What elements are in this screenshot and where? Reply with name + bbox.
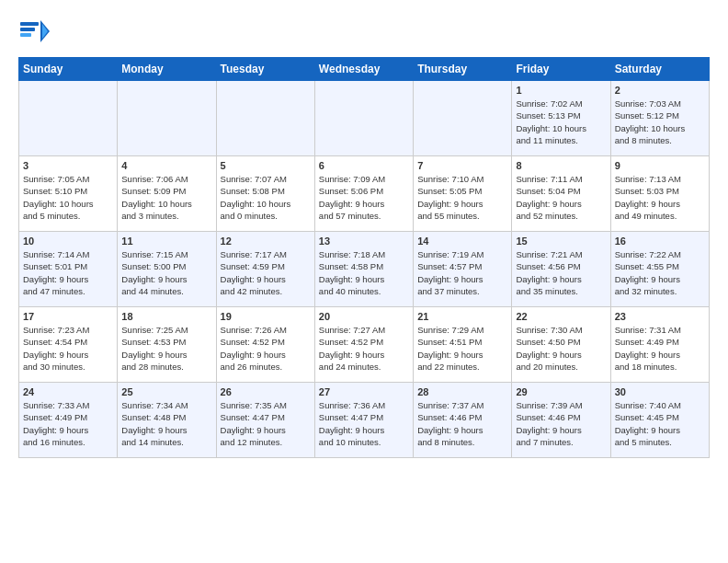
- calendar-cell: 26Sunrise: 7:35 AM Sunset: 4:47 PM Dayli…: [216, 383, 314, 458]
- day-info: Sunrise: 7:17 AM Sunset: 4:59 PM Dayligh…: [221, 248, 311, 297]
- header-day-wednesday: Wednesday: [314, 58, 413, 81]
- calendar-header-row: SundayMondayTuesdayWednesdayThursdayFrid…: [19, 58, 710, 81]
- calendar-cell: 12Sunrise: 7:17 AM Sunset: 4:59 PM Dayli…: [216, 232, 314, 307]
- day-number: 1: [516, 85, 606, 96]
- day-number: 19: [221, 311, 311, 322]
- day-info: Sunrise: 7:34 AM Sunset: 4:48 PM Dayligh…: [121, 399, 211, 448]
- day-number: 13: [319, 236, 409, 247]
- calendar-cell: 18Sunrise: 7:25 AM Sunset: 4:53 PM Dayli…: [118, 307, 216, 383]
- header: [18, 15, 710, 52]
- calendar-cell: 4Sunrise: 7:06 AM Sunset: 5:09 PM Daylig…: [118, 156, 216, 232]
- day-number: 30: [615, 386, 705, 397]
- header-day-thursday: Thursday: [414, 58, 512, 81]
- calendar-cell: 2Sunrise: 7:03 AM Sunset: 5:12 PM Daylig…: [610, 81, 709, 156]
- calendar-cell: 24Sunrise: 7:33 AM Sunset: 4:49 PM Dayli…: [19, 383, 118, 458]
- header-day-monday: Monday: [118, 58, 216, 81]
- logo-icon: [18, 15, 51, 52]
- calendar-cell: 3Sunrise: 7:05 AM Sunset: 5:10 PM Daylig…: [19, 156, 118, 232]
- calendar-cell: 9Sunrise: 7:13 AM Sunset: 5:03 PM Daylig…: [610, 156, 709, 232]
- day-info: Sunrise: 7:23 AM Sunset: 4:54 PM Dayligh…: [23, 324, 113, 373]
- svg-rect-0: [20, 22, 39, 26]
- day-number: 5: [221, 160, 311, 171]
- day-number: 10: [23, 236, 113, 247]
- calendar-table: SundayMondayTuesdayWednesdayThursdayFrid…: [18, 57, 710, 458]
- calendar-week-2: 3Sunrise: 7:05 AM Sunset: 5:10 PM Daylig…: [19, 156, 710, 232]
- calendar-cell: 5Sunrise: 7:07 AM Sunset: 5:08 PM Daylig…: [216, 156, 314, 232]
- day-number: 15: [516, 236, 606, 247]
- day-info: Sunrise: 7:36 AM Sunset: 4:47 PM Dayligh…: [319, 399, 409, 448]
- calendar-cell: 23Sunrise: 7:31 AM Sunset: 4:49 PM Dayli…: [610, 307, 709, 383]
- header-day-tuesday: Tuesday: [216, 58, 314, 81]
- day-info: Sunrise: 7:30 AM Sunset: 4:50 PM Dayligh…: [516, 324, 606, 373]
- day-info: Sunrise: 7:21 AM Sunset: 4:56 PM Dayligh…: [516, 248, 606, 297]
- calendar-cell: 14Sunrise: 7:19 AM Sunset: 4:57 PM Dayli…: [414, 232, 512, 307]
- day-info: Sunrise: 7:39 AM Sunset: 4:46 PM Dayligh…: [516, 399, 606, 448]
- day-info: Sunrise: 7:27 AM Sunset: 4:52 PM Dayligh…: [319, 324, 409, 373]
- day-number: 29: [516, 386, 606, 397]
- day-number: 17: [23, 311, 113, 322]
- calendar-cell: 17Sunrise: 7:23 AM Sunset: 4:54 PM Dayli…: [19, 307, 118, 383]
- calendar-cell: 19Sunrise: 7:26 AM Sunset: 4:52 PM Dayli…: [216, 307, 314, 383]
- day-number: 23: [615, 311, 705, 322]
- day-info: Sunrise: 7:02 AM Sunset: 5:13 PM Dayligh…: [516, 98, 606, 146]
- day-info: Sunrise: 7:40 AM Sunset: 4:45 PM Dayligh…: [615, 399, 705, 448]
- day-number: 28: [417, 386, 507, 397]
- day-info: Sunrise: 7:18 AM Sunset: 4:58 PM Dayligh…: [319, 248, 409, 297]
- day-number: 4: [121, 160, 211, 171]
- day-info: Sunrise: 7:06 AM Sunset: 5:09 PM Dayligh…: [121, 173, 211, 222]
- svg-rect-1: [20, 28, 35, 31]
- calendar-cell: 25Sunrise: 7:34 AM Sunset: 4:48 PM Dayli…: [118, 383, 216, 458]
- day-number: 16: [615, 236, 705, 247]
- calendar-week-4: 17Sunrise: 7:23 AM Sunset: 4:54 PM Dayli…: [19, 307, 710, 383]
- calendar-cell: [118, 81, 216, 156]
- calendar-cell: 30Sunrise: 7:40 AM Sunset: 4:45 PM Dayli…: [610, 383, 709, 458]
- day-number: 22: [516, 311, 606, 322]
- calendar-cell: [414, 81, 512, 156]
- calendar-cell: 28Sunrise: 7:37 AM Sunset: 4:46 PM Dayli…: [414, 383, 512, 458]
- calendar-cell: 29Sunrise: 7:39 AM Sunset: 4:46 PM Dayli…: [512, 383, 610, 458]
- svg-rect-2: [20, 33, 31, 37]
- calendar-cell: 1Sunrise: 7:02 AM Sunset: 5:13 PM Daylig…: [512, 81, 610, 156]
- day-number: 9: [615, 160, 705, 171]
- calendar-cell: 6Sunrise: 7:09 AM Sunset: 5:06 PM Daylig…: [314, 156, 413, 232]
- day-info: Sunrise: 7:19 AM Sunset: 4:57 PM Dayligh…: [417, 248, 507, 297]
- calendar-body: 1Sunrise: 7:02 AM Sunset: 5:13 PM Daylig…: [19, 81, 710, 458]
- calendar-cell: [19, 81, 118, 156]
- day-info: Sunrise: 7:14 AM Sunset: 5:01 PM Dayligh…: [23, 248, 113, 297]
- day-number: 6: [319, 160, 409, 171]
- day-number: 14: [417, 236, 507, 247]
- day-number: 24: [23, 386, 113, 397]
- calendar-cell: 10Sunrise: 7:14 AM Sunset: 5:01 PM Dayli…: [19, 232, 118, 307]
- day-info: Sunrise: 7:13 AM Sunset: 5:03 PM Dayligh…: [615, 173, 705, 222]
- calendar-cell: 22Sunrise: 7:30 AM Sunset: 4:50 PM Dayli…: [512, 307, 610, 383]
- header-day-saturday: Saturday: [610, 58, 709, 81]
- calendar-cell: 11Sunrise: 7:15 AM Sunset: 5:00 PM Dayli…: [118, 232, 216, 307]
- calendar-week-3: 10Sunrise: 7:14 AM Sunset: 5:01 PM Dayli…: [19, 232, 710, 307]
- calendar-cell: 15Sunrise: 7:21 AM Sunset: 4:56 PM Dayli…: [512, 232, 610, 307]
- day-info: Sunrise: 7:25 AM Sunset: 4:53 PM Dayligh…: [121, 324, 211, 373]
- day-number: 11: [121, 236, 211, 247]
- day-info: Sunrise: 7:15 AM Sunset: 5:00 PM Dayligh…: [121, 248, 211, 297]
- day-number: 20: [319, 311, 409, 322]
- calendar-cell: [216, 81, 314, 156]
- day-info: Sunrise: 7:07 AM Sunset: 5:08 PM Dayligh…: [221, 173, 311, 222]
- day-info: Sunrise: 7:37 AM Sunset: 4:46 PM Dayligh…: [417, 399, 507, 448]
- calendar-cell: 8Sunrise: 7:11 AM Sunset: 5:04 PM Daylig…: [512, 156, 610, 232]
- calendar-cell: 13Sunrise: 7:18 AM Sunset: 4:58 PM Dayli…: [314, 232, 413, 307]
- calendar-cell: 21Sunrise: 7:29 AM Sunset: 4:51 PM Dayli…: [414, 307, 512, 383]
- day-info: Sunrise: 7:10 AM Sunset: 5:05 PM Dayligh…: [417, 173, 507, 222]
- day-number: 25: [121, 386, 211, 397]
- day-info: Sunrise: 7:05 AM Sunset: 5:10 PM Dayligh…: [23, 173, 113, 222]
- calendar-cell: [314, 81, 413, 156]
- day-info: Sunrise: 7:11 AM Sunset: 5:04 PM Dayligh…: [516, 173, 606, 222]
- day-number: 21: [417, 311, 507, 322]
- logo: [18, 15, 55, 52]
- day-info: Sunrise: 7:03 AM Sunset: 5:12 PM Dayligh…: [615, 98, 705, 146]
- calendar-week-1: 1Sunrise: 7:02 AM Sunset: 5:13 PM Daylig…: [19, 81, 710, 156]
- day-number: 18: [121, 311, 211, 322]
- day-number: 7: [417, 160, 507, 171]
- day-info: Sunrise: 7:29 AM Sunset: 4:51 PM Dayligh…: [417, 324, 507, 373]
- day-number: 8: [516, 160, 606, 171]
- day-info: Sunrise: 7:31 AM Sunset: 4:49 PM Dayligh…: [615, 324, 705, 373]
- calendar-cell: 20Sunrise: 7:27 AM Sunset: 4:52 PM Dayli…: [314, 307, 413, 383]
